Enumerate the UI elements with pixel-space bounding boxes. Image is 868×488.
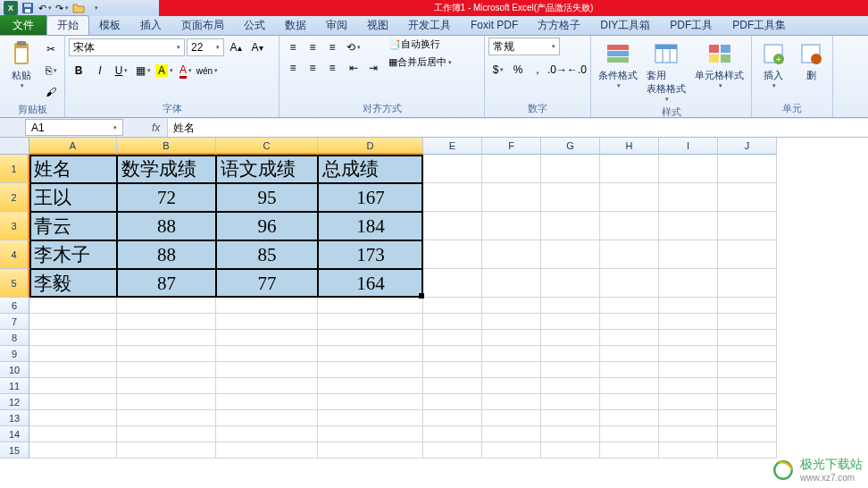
- cell-A4[interactable]: 李木子: [29, 240, 117, 269]
- cell-I7[interactable]: [659, 314, 718, 330]
- tab-12[interactable]: PDF工具: [660, 15, 722, 35]
- cell-H6[interactable]: [600, 298, 659, 314]
- cell-A12[interactable]: [29, 394, 117, 410]
- cell-J6[interactable]: [718, 298, 777, 314]
- cell-C4[interactable]: 85: [216, 240, 318, 269]
- cell-H13[interactable]: [600, 410, 659, 426]
- cell-G3[interactable]: [541, 212, 600, 240]
- tab-10[interactable]: 方方格子: [528, 15, 590, 35]
- cell-D1[interactable]: 总成绩: [318, 155, 423, 183]
- cell-G9[interactable]: [541, 346, 600, 362]
- file-tab[interactable]: 文件: [0, 15, 46, 35]
- increase-indent-icon[interactable]: ⇥: [363, 58, 383, 78]
- cell-F14[interactable]: [482, 426, 541, 442]
- tab-3[interactable]: 页面布局: [171, 15, 234, 35]
- font-size-select[interactable]: 22▾: [187, 38, 224, 56]
- cell-B7[interactable]: [117, 314, 216, 330]
- cell-I4[interactable]: [659, 240, 718, 269]
- merge-center-button[interactable]: ▦ 合并后居中▾: [388, 55, 452, 69]
- underline-button[interactable]: U▾: [112, 61, 131, 80]
- align-center-icon[interactable]: ≡: [303, 58, 322, 78]
- cell-F2[interactable]: [482, 183, 541, 212]
- cell-G13[interactable]: [541, 410, 600, 426]
- align-middle-icon[interactable]: ≡: [303, 38, 322, 57]
- cell-C3[interactable]: 96: [216, 212, 318, 240]
- bold-button[interactable]: B: [69, 61, 88, 80]
- cell-B9[interactable]: [117, 346, 216, 362]
- cell-H8[interactable]: [600, 330, 659, 346]
- decrease-font-icon[interactable]: A▾: [247, 38, 267, 57]
- cell-F3[interactable]: [482, 212, 541, 240]
- name-box[interactable]: A1▾: [25, 119, 123, 136]
- col-header-F[interactable]: F: [482, 138, 541, 155]
- tab-6[interactable]: 审阅: [316, 15, 357, 35]
- cell-G7[interactable]: [541, 314, 600, 330]
- formula-input[interactable]: 姓名: [167, 119, 868, 137]
- row-header-10[interactable]: 10: [0, 362, 29, 378]
- delete-cells-button[interactable]: 删: [793, 38, 829, 84]
- cell-I11[interactable]: [659, 378, 718, 394]
- col-header-I[interactable]: I: [659, 138, 718, 155]
- cell-C6[interactable]: [216, 298, 318, 314]
- cell-B6[interactable]: [117, 298, 216, 314]
- cell-G10[interactable]: [541, 362, 600, 378]
- cell-A1[interactable]: 姓名: [29, 155, 117, 183]
- row-header-12[interactable]: 12: [0, 394, 29, 410]
- cell-I14[interactable]: [659, 426, 718, 442]
- cell-B10[interactable]: [117, 362, 216, 378]
- cell-I6[interactable]: [659, 298, 718, 314]
- conditional-format-button[interactable]: 条件格式▾: [595, 38, 641, 91]
- cell-I12[interactable]: [659, 394, 718, 410]
- cell-G6[interactable]: [541, 298, 600, 314]
- cell-D11[interactable]: [318, 378, 423, 394]
- cell-J10[interactable]: [718, 362, 777, 378]
- number-format-select[interactable]: 常规▾: [488, 38, 560, 55]
- cell-D13[interactable]: [318, 410, 423, 426]
- cell-I15[interactable]: [659, 442, 718, 459]
- row-header-6[interactable]: 6: [0, 298, 29, 314]
- cell-A6[interactable]: [29, 298, 117, 314]
- tab-2[interactable]: 插入: [130, 15, 171, 35]
- cell-A9[interactable]: [29, 346, 117, 362]
- orientation-icon[interactable]: ⟲▾: [344, 38, 363, 57]
- row-header-8[interactable]: 8: [0, 330, 29, 346]
- tab-1[interactable]: 模板: [89, 15, 130, 35]
- font-name-select[interactable]: 宋体▾: [69, 38, 185, 56]
- col-header-B[interactable]: B: [117, 138, 216, 155]
- row-header-14[interactable]: 14: [0, 426, 29, 442]
- decrease-decimal-icon[interactable]: ←.0: [567, 60, 587, 80]
- italic-button[interactable]: I: [90, 61, 110, 80]
- table-format-button[interactable]: 套用 表格格式▾: [643, 38, 689, 105]
- cell-F8[interactable]: [482, 330, 541, 346]
- tab-9[interactable]: Foxit PDF: [461, 15, 528, 35]
- cell-E13[interactable]: [423, 410, 482, 426]
- cell-H4[interactable]: [600, 240, 659, 269]
- cell-D12[interactable]: [318, 394, 423, 410]
- cell-B13[interactable]: [117, 410, 216, 426]
- save-icon[interactable]: [21, 1, 35, 15]
- cell-J15[interactable]: [718, 442, 777, 459]
- cell-A7[interactable]: [29, 314, 117, 330]
- paste-button[interactable]: 粘贴 ▾: [4, 38, 39, 91]
- col-header-C[interactable]: C: [216, 138, 318, 155]
- increase-font-icon[interactable]: A▴: [226, 38, 246, 57]
- cell-E10[interactable]: [423, 362, 482, 378]
- tab-11[interactable]: DIY工具箱: [590, 15, 660, 35]
- cut-icon[interactable]: ✂: [41, 39, 61, 59]
- cell-F12[interactable]: [482, 394, 541, 410]
- select-all-corner[interactable]: [0, 138, 29, 155]
- cell-F6[interactable]: [482, 298, 541, 314]
- cell-F7[interactable]: [482, 314, 541, 330]
- decrease-indent-icon[interactable]: ⇤: [344, 58, 363, 78]
- cell-J11[interactable]: [718, 378, 777, 394]
- border-button[interactable]: ▦▾: [133, 61, 153, 80]
- cell-C14[interactable]: [216, 426, 318, 442]
- cell-G1[interactable]: [541, 155, 600, 183]
- cell-J7[interactable]: [718, 314, 777, 330]
- tab-8[interactable]: 开发工具: [398, 15, 461, 35]
- tab-4[interactable]: 公式: [234, 15, 275, 35]
- row-header-13[interactable]: 13: [0, 410, 29, 426]
- cell-B15[interactable]: [117, 442, 216, 459]
- row-header-15[interactable]: 15: [0, 442, 29, 459]
- cell-F9[interactable]: [482, 346, 541, 362]
